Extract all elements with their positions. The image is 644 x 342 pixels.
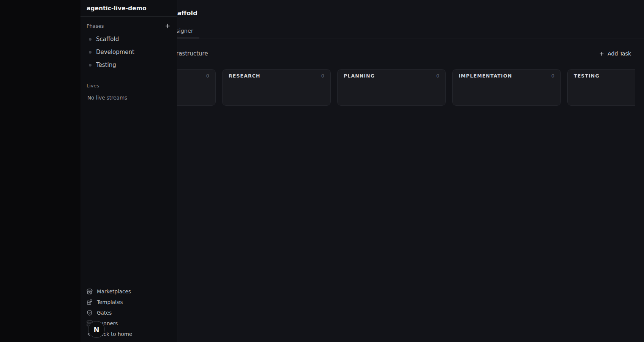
column-header: RESEARCH 0 — [223, 70, 330, 82]
column-count: 0 — [551, 73, 554, 79]
project-drawer: agentic-live-demo Phases Scaffold Develo… — [80, 0, 177, 342]
phase-item-development[interactable]: Development — [80, 46, 177, 59]
column-count: 0 — [206, 73, 209, 79]
column-count: 0 — [436, 73, 439, 79]
column-title: IMPLEMENTATION — [459, 73, 512, 79]
phase-dot-icon — [89, 38, 92, 41]
shield-check-icon — [87, 310, 93, 316]
column-drop-area[interactable] — [568, 82, 635, 106]
column-drop-area[interactable] — [338, 82, 445, 106]
sidebar-item-gates[interactable]: Gates — [80, 307, 177, 318]
phases-header: Phases — [87, 22, 172, 30]
column-drop-area[interactable] — [453, 82, 560, 106]
avatar[interactable]: N — [88, 321, 105, 338]
sidebar-item-label: Gates — [97, 310, 112, 316]
phase-item-scaffold[interactable]: Scaffold — [80, 33, 177, 46]
project-title: agentic-live-demo — [80, 0, 177, 17]
lives-empty-text: No live streams — [87, 95, 177, 101]
add-task-button[interactable]: Add Task — [595, 48, 635, 59]
sidebar-item-label: Marketplaces — [97, 288, 131, 294]
tab-bar: Designer — [159, 24, 644, 38]
sidebar-item-label: Templates — [97, 299, 123, 305]
column-title: TESTING — [574, 73, 600, 79]
phase-dot-icon — [89, 64, 92, 66]
phase-label: Testing — [96, 62, 116, 68]
phase-list: Scaffold Development Testing — [80, 33, 177, 71]
phase-dot-icon — [89, 51, 92, 54]
sidebar-item-marketplaces[interactable]: Marketplaces — [80, 286, 177, 297]
kanban-column-testing: TESTING 0 — [567, 69, 635, 106]
column-count: 0 — [321, 73, 324, 79]
column-drop-area[interactable] — [223, 82, 330, 106]
column-title: RESEARCH — [229, 73, 260, 79]
main-content: Scaffold Designer Infrastructure Add Tas… — [159, 0, 644, 342]
kanban-column-implementation: IMPLEMENTATION 0 — [452, 69, 561, 106]
add-phase-button[interactable] — [164, 22, 172, 30]
kanban-column-planning: PLANNING 0 — [337, 69, 446, 106]
column-header: TESTING 0 — [568, 70, 635, 82]
storefront-icon — [87, 288, 93, 294]
kanban-board: 0 RESEARCH 0 PLANNING 0 — [169, 69, 635, 107]
plus-icon — [164, 23, 171, 29]
add-task-label: Add Task — [608, 51, 631, 57]
board-section-header: Infrastructure Add Task — [169, 47, 635, 60]
kanban-column-research: RESEARCH 0 — [222, 69, 331, 106]
phase-item-testing[interactable]: Testing — [80, 59, 177, 71]
kanban-columns: 0 RESEARCH 0 PLANNING 0 — [169, 69, 635, 106]
blocks-icon — [87, 299, 93, 305]
phase-label: Scaffold — [96, 36, 119, 43]
column-header: IMPLEMENTATION 0 — [453, 70, 560, 82]
avatar-initial: N — [93, 326, 99, 334]
sidebar-item-templates[interactable]: Templates — [80, 297, 177, 307]
phases-label: Phases — [87, 23, 104, 29]
lives-label: Lives — [87, 83, 177, 89]
column-title: PLANNING — [344, 73, 375, 79]
column-header: PLANNING 0 — [338, 70, 445, 82]
plus-icon — [599, 51, 605, 57]
phase-label: Development — [96, 49, 134, 55]
